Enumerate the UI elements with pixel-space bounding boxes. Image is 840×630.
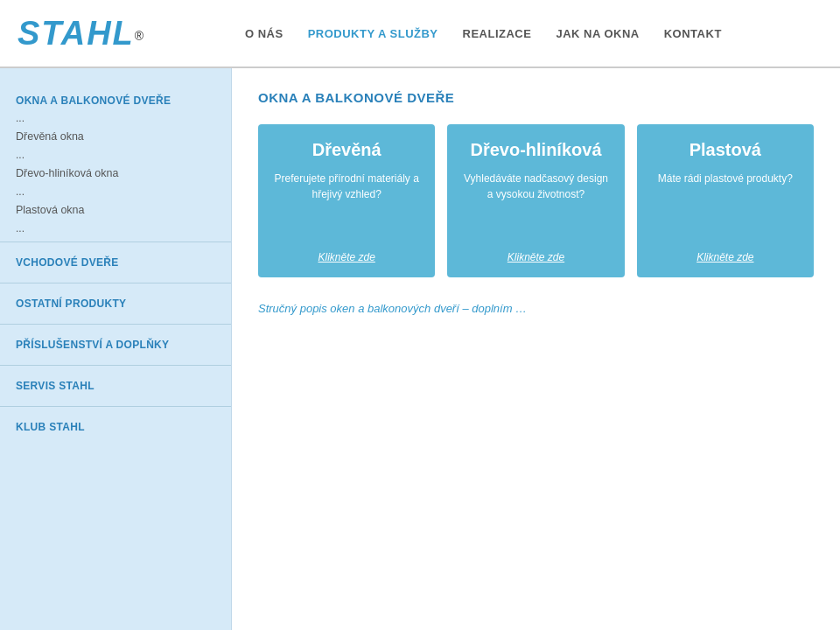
card-plastova[interactable]: Plastová Máte rádi plastové produkty? Kl…	[637, 124, 814, 277]
sidebar-item-prislusenstvi[interactable]: PŘÍSLUŠENSTVÍ A DOPLŇKY	[0, 330, 231, 360]
card-drevo-hlinikova[interactable]: Dřevo-hliníková Vyhledáváte nadčasový de…	[447, 124, 624, 277]
sidebar-divider-5	[0, 406, 231, 407]
card-plastova-link[interactable]: Klikněte zde	[696, 251, 753, 263]
card-drevo-hlinikova-desc: Vyhledáváte nadčasový design a vysokou ž…	[459, 171, 612, 239]
content-title: OKNA A BALKONOVÉ DVEŘE	[258, 90, 814, 105]
logo-area: STAHL®	[18, 15, 219, 52]
sidebar-divider-4	[0, 365, 231, 366]
main-layout: OKNA A BALKONOVÉ DVEŘE ... Dřevěná okna …	[0, 68, 840, 630]
card-plastova-title: Plastová	[690, 140, 761, 160]
sidebar-item-ostatni[interactable]: OSTATNÍ PRODUKTY	[0, 289, 231, 318]
sidebar-item-plastova[interactable]: Plastová okna	[0, 200, 231, 220]
sidebar-item-drevo-hlinikova[interactable]: Dřevo-hliníková okna	[0, 163, 231, 184]
card-plastova-desc: Máte rádi plastové produkty?	[658, 171, 793, 239]
content-area: OKNA A BALKONOVÉ DVEŘE Dřevěná Preferuje…	[232, 68, 840, 630]
card-drevena[interactable]: Dřevěná Preferujete přírodní materiály a…	[258, 124, 435, 277]
nav-realizace[interactable]: REALIZACE	[463, 27, 532, 40]
nav-produkty[interactable]: PRODUKTY A SLUŽBY	[308, 27, 438, 40]
nav-kontakt[interactable]: KONTAKT	[664, 27, 722, 40]
main-nav: O NÁS PRODUKTY A SLUŽBY REALIZACE JAK NA…	[219, 27, 822, 40]
sidebar-section-okna[interactable]: OKNA A BALKONOVÉ DVEŘE	[0, 86, 231, 110]
sidebar-ellipsis-1: ...	[0, 110, 231, 126]
sidebar-item-drevena[interactable]: Dřevěná okna	[0, 126, 231, 147]
logo: STAHL	[18, 15, 135, 52]
sidebar-item-servis[interactable]: SERVIS STAHL	[0, 371, 231, 401]
nav-o-nas[interactable]: O NÁS	[245, 27, 284, 40]
header: STAHL® O NÁS PRODUKTY A SLUŽBY REALIZACE…	[0, 0, 840, 68]
sidebar-item-klub[interactable]: KLUB STAHL	[0, 412, 231, 442]
card-drevena-title: Dřevěná	[312, 140, 382, 160]
sidebar-item-vchodove[interactable]: VCHODOVÉ DVEŘE	[0, 248, 231, 277]
card-drevena-link[interactable]: Klikněte zde	[318, 251, 374, 263]
sidebar-divider-3	[0, 324, 231, 325]
sidebar-ellipsis-4: ...	[0, 220, 231, 236]
card-drevena-desc: Preferujete přírodní materiály a hřejivý…	[270, 171, 423, 239]
sidebar-ellipsis-3: ...	[0, 184, 231, 200]
sidebar-divider-2	[0, 283, 231, 284]
nav-jak-na-okna[interactable]: JAK NA OKNA	[556, 27, 639, 40]
sidebar: OKNA A BALKONOVÉ DVEŘE ... Dřevěná okna …	[0, 68, 232, 630]
bottom-text: Stručný popis oken a balkonových dveří –…	[258, 302, 814, 315]
sidebar-divider-1	[0, 242, 231, 242]
card-drevo-hlinikova-title: Dřevo-hliníková	[470, 140, 601, 160]
sidebar-ellipsis-2: ...	[0, 147, 231, 163]
logo-suffix: ®	[135, 28, 144, 42]
cards-row: Dřevěná Preferujete přírodní materiály a…	[258, 124, 814, 277]
card-drevo-hlinikova-link[interactable]: Klikněte zde	[508, 251, 564, 263]
